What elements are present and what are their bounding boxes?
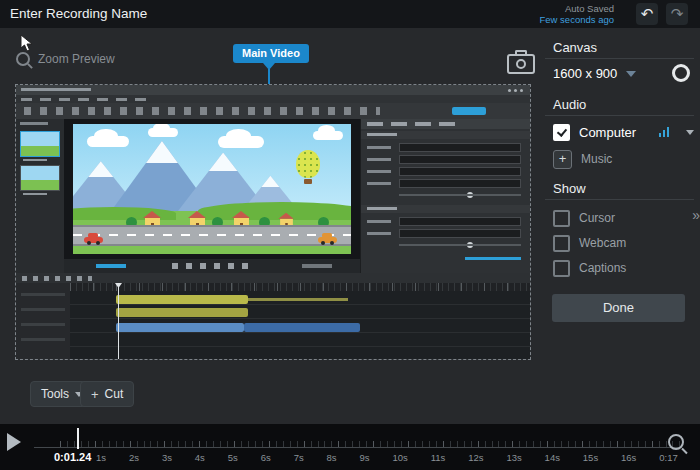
snow-cap: [176, 153, 271, 171]
editor-timeline-ruler: [70, 283, 530, 291]
audio-level-icon: [659, 127, 669, 137]
cut-button[interactable]: + Cut: [80, 381, 134, 407]
properties-row: [367, 217, 521, 226]
cloud: [313, 131, 343, 140]
webcam-label: Webcam: [579, 236, 694, 250]
webcam-checkbox[interactable]: [553, 235, 570, 252]
divider: [545, 199, 694, 200]
undo-icon[interactable]: ↶: [636, 3, 658, 25]
main-video-preview[interactable]: [15, 84, 531, 360]
autosave-time: Few seconds ago: [540, 14, 614, 25]
media-thumbnail: [20, 131, 60, 157]
main-video-badge[interactable]: Main Video: [233, 44, 309, 63]
timeline-clip: [116, 323, 244, 332]
timeline-scrubber[interactable]: 1s 2s 3s 4s 5s 6s 7s 8s 9s 10s 11s 12s 1…: [0, 424, 700, 470]
timeline-tick-labels: 1s 2s 3s 4s 5s 6s 7s 8s 9s 10s 11s 12s 1…: [96, 452, 678, 463]
autosave-label: Auto Saved: [540, 3, 614, 14]
editor-titlebar: [16, 85, 530, 95]
top-bar: Enter Recording Name Auto Saved Few seco…: [0, 0, 700, 28]
magnifier-icon: [16, 52, 30, 66]
recorder-editor-app: Enter Recording Name Auto Saved Few seco…: [0, 0, 700, 470]
snow-cap: [109, 141, 215, 163]
editor-menubar: [16, 95, 530, 103]
tick-label: 5s: [228, 452, 238, 463]
chevron-down-icon[interactable]: [686, 130, 694, 135]
play-button[interactable]: [7, 433, 21, 451]
tools-label: Tools: [41, 387, 69, 401]
add-music-button[interactable]: +: [553, 150, 572, 169]
captions-row: Captions: [553, 259, 694, 277]
redo-icon[interactable]: ↷: [666, 3, 688, 25]
editor-properties-panel: [360, 119, 530, 273]
tick-label: 8s: [327, 452, 337, 463]
tick-label: 14s: [545, 452, 560, 463]
tick-label: 16s: [621, 452, 636, 463]
timeline-zoom-icon[interactable]: [668, 434, 684, 450]
badge-pointer-line: [268, 69, 270, 84]
canvas-color-indicator[interactable]: [672, 64, 690, 82]
recording-name-field[interactable]: Enter Recording Name: [10, 6, 147, 21]
timeline-clip: [116, 308, 248, 317]
playhead[interactable]: [77, 428, 79, 449]
tick-label: 6s: [261, 452, 271, 463]
tick-label: 10s: [392, 452, 407, 463]
canvas-heading: Canvas: [553, 40, 597, 55]
tick-label: 2s: [129, 452, 139, 463]
editor-playhead: [118, 283, 119, 359]
snow-cap: [240, 176, 301, 187]
plus-icon: +: [91, 387, 99, 402]
show-heading: Show: [553, 181, 586, 196]
panel-expander-icon[interactable]: »: [692, 207, 698, 223]
properties-row: [367, 179, 521, 188]
editor-playback-controls: [64, 259, 360, 273]
computer-audio-row: Computer: [553, 123, 694, 141]
captions-checkbox[interactable]: [553, 260, 570, 277]
zoom-preview-label: Zoom Preview: [38, 52, 115, 66]
zoom-preview-control[interactable]: Zoom Preview: [16, 52, 115, 66]
audio-heading: Audio: [553, 97, 586, 112]
cursor-label: Cursor: [579, 211, 694, 225]
tick-label: 12s: [468, 452, 483, 463]
car: [318, 237, 337, 243]
road: [73, 225, 351, 245]
canvas-size-value: 1600 x 900: [553, 66, 617, 81]
editor-media-panel: [16, 119, 65, 273]
captions-label: Captions: [579, 261, 694, 275]
computer-audio-label: Computer: [579, 125, 650, 140]
music-row: + Music: [553, 150, 694, 168]
car: [84, 237, 103, 243]
cursor-checkbox[interactable]: [553, 210, 570, 227]
editor-toolbar-icons: [16, 103, 530, 119]
editor-timeline: [16, 273, 530, 359]
music-label: Music: [581, 152, 694, 166]
tick-label: 13s: [506, 452, 521, 463]
properties-link: [465, 257, 521, 260]
hot-air-balloon: [296, 150, 320, 178]
properties-tabs: [361, 119, 530, 129]
snapshot-camera-icon[interactable]: [507, 54, 535, 74]
snow-cap: [73, 161, 143, 177]
tick-label: 11s: [431, 452, 446, 463]
editor-timeline-toolbar: [16, 273, 530, 283]
timeline-clip: [116, 295, 248, 304]
tick-label: 4s: [195, 452, 205, 463]
editor-track-headers: [16, 283, 71, 359]
tick-label: 15s: [583, 452, 598, 463]
computer-audio-checkbox[interactable]: [553, 124, 570, 141]
cartoon-scene: [73, 124, 351, 254]
properties-slider-row: [367, 191, 521, 200]
divider: [545, 115, 694, 116]
canvas-size-dropdown[interactable]: 1600 x 900: [553, 66, 636, 81]
tick-label: 3s: [162, 452, 172, 463]
media-thumbnail: [20, 165, 60, 191]
autosave-status: Auto Saved Few seconds ago: [540, 3, 614, 25]
properties-row: [367, 229, 521, 238]
done-button[interactable]: Done: [552, 294, 685, 322]
timeline-baseline: [34, 447, 680, 448]
cloud: [148, 128, 178, 137]
webcam-row: Webcam: [553, 234, 694, 252]
cut-label: Cut: [105, 387, 124, 401]
properties-slider-row: [367, 241, 521, 250]
chevron-down-icon: [626, 71, 636, 77]
properties-section-header: [361, 131, 530, 139]
